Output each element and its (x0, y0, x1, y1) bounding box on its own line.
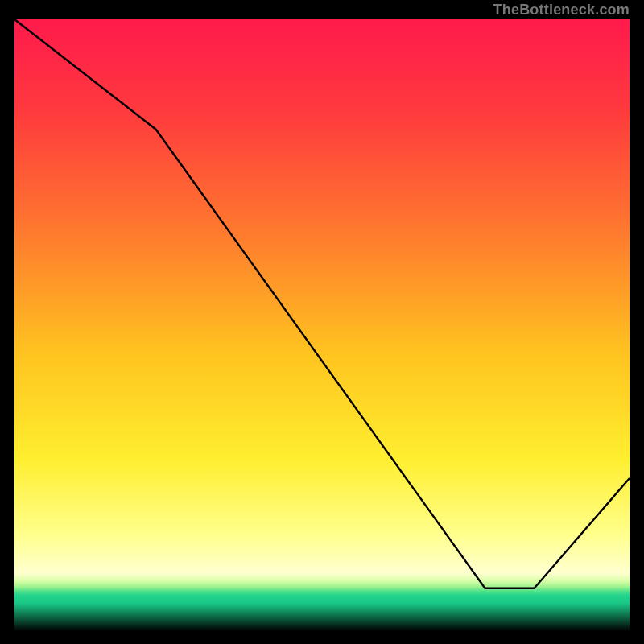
bottleneck-chart (0, 0, 644, 644)
watermark-text: TheBottleneck.com (493, 2, 630, 19)
chart-container: { "watermark": "TheBottleneck.com", "ann… (0, 0, 644, 644)
chart-plot-area (14, 19, 630, 631)
